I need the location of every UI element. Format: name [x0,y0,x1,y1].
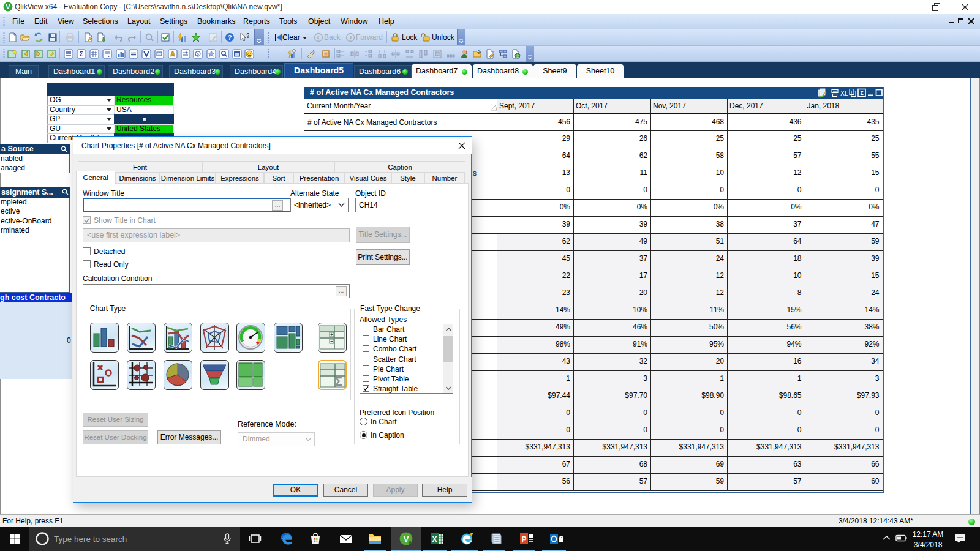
svg-text:V: V [6,3,10,10]
svg-text:?: ? [246,32,249,39]
svg-text:6: 6 [197,52,199,56]
svg-text:V: V [404,534,409,544]
svg-text:P: P [521,535,526,544]
svg-text:XL: XL [840,89,848,97]
svg-text:Σ: Σ [335,375,342,388]
svg-text:Σ: Σ [80,50,84,58]
svg-text:?: ? [228,34,232,41]
svg-text:X: X [432,535,437,544]
svg-text:A: A [170,50,175,58]
svg-text:Σ: Σ [860,90,863,96]
